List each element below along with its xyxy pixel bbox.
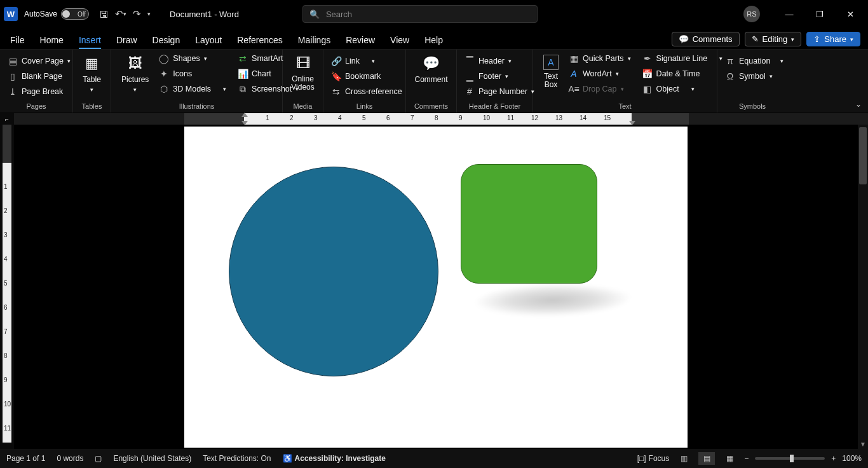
icons-button[interactable]: ✦Icons [156,67,229,80]
scrollbar-thumb[interactable] [859,127,867,184]
footer-button[interactable]: ▁Footer▾ [462,70,537,83]
minimize-button[interactable]: — [775,4,803,24]
status-words[interactable]: 0 words [57,454,83,463]
tab-home[interactable]: Home [40,35,64,49]
group-symbols-label: Symbols [722,102,782,111]
shape-shadow [468,284,638,316]
autosave-toggle[interactable]: Off [61,8,89,20]
zoom-slider[interactable] [755,457,825,460]
group-text: A Text Box ▦Quick Parts▾ AWordArt▾ A≡Dro… [533,50,717,113]
web-layout-button[interactable]: ▦ [721,452,738,465]
search-icon: 🔍 [309,10,320,19]
page-number-button[interactable]: #Page Number▾ [462,85,537,98]
undo-button[interactable]: ↶▾ [115,8,126,20]
tab-insert[interactable]: Insert [79,35,101,49]
video-icon: 🎞 [294,55,312,72]
autosave-control[interactable]: AutoSave Off [24,8,89,20]
date-time-button[interactable]: 📅Date & Time [640,67,726,80]
horizontal-ruler[interactable]: 123456789101112131415 [14,113,868,125]
tab-design[interactable]: Design [153,35,180,49]
comment-button[interactable]: 💬 Comment [410,52,453,86]
link-icon: 🔗 [331,56,341,66]
user-avatar[interactable]: RS [743,6,760,22]
group-links: 🔗Link ▾ 🔖Bookmark ⇆Cross-reference Links [323,50,406,113]
restore-button[interactable]: ❐ [806,4,834,24]
tab-file[interactable]: File [10,35,25,49]
ruler-number: 8 [435,114,438,121]
document-page[interactable] [184,127,688,448]
group-text-label: Text [538,102,712,111]
tab-review[interactable]: Review [346,35,375,49]
header-button[interactable]: ▔Header▾ [462,55,537,67]
tab-references[interactable]: References [237,35,283,49]
pictures-button[interactable]: 🖼 Pictures ▾ [116,52,154,95]
zoom-level[interactable]: 100% [842,454,862,463]
group-tables: ▦ Table ▾ Tables [73,50,111,113]
qat-customize-button[interactable]: ▾ [147,11,151,17]
cross-reference-button[interactable]: ⇆Cross-reference [329,85,405,98]
redo-button[interactable]: ↷ [133,8,141,20]
header-icon: ▔ [465,56,475,66]
search-box[interactable]: 🔍 Search [302,5,538,23]
wordart-button[interactable]: AWordArt▾ [566,67,634,80]
tab-mailings[interactable]: Mailings [298,35,330,49]
comments-button[interactable]: 💬Comments [672,32,740,46]
symbol-button[interactable]: ΩSymbol▾ [722,70,786,83]
vruler-number: 9 [4,376,8,383]
pencil-icon: ✎ [752,34,759,44]
signature-line-button[interactable]: ✒Signature Line ▾ [640,52,726,65]
ribbon: ▤Cover Page▾ ▯Blank Page ⤓Page Break Pag… [0,50,868,113]
group-tables-label: Tables [78,102,105,111]
page-break-button[interactable]: ⤓Page Break [5,85,73,98]
pictures-icon: 🖼 [126,55,144,72]
shape-oval[interactable] [229,167,438,376]
icons-icon: ✦ [159,69,169,79]
accessibility-icon: ♿ [283,454,292,463]
wordart-icon: A [569,69,579,79]
tab-help[interactable]: Help [424,35,443,49]
drop-cap-button[interactable]: A≡Drop Cap▾ [566,83,634,95]
share-button[interactable]: ⇪Share▾ [806,32,860,46]
shape-rounded-rectangle[interactable] [461,164,597,284]
editing-mode-button[interactable]: ✎Editing▾ [745,32,802,46]
tab-view[interactable]: View [390,35,409,49]
table-button[interactable]: ▦ Table ▾ [78,52,106,95]
first-line-indent-marker[interactable] [241,113,248,117]
bookmark-button[interactable]: 🔖Bookmark [329,70,405,83]
vertical-scrollbar[interactable]: ▲ ▼ [858,125,868,449]
blank-page-button[interactable]: ▯Blank Page [5,70,73,83]
ruler-number: 15 [604,114,611,121]
signature-icon: ✒ [642,53,653,64]
bookmark-icon: 🔖 [331,71,341,81]
equation-button[interactable]: πEquation ▾ [722,55,786,67]
equation-icon: π [725,56,735,66]
focus-mode-button[interactable]: [□]Focus [637,454,670,463]
status-predictions[interactable]: Text Predictions: On [203,454,271,463]
page-number-icon: # [465,86,475,97]
print-layout-button[interactable]: ▤ [698,452,715,465]
zoom-in-button[interactable]: + [831,454,836,463]
3d-models-button[interactable]: ⬡3D Models ▾ [156,83,229,95]
ruler-corner: ⌐ [0,116,14,123]
status-accessibility[interactable]: ♿Accessibility: Investigate [283,454,386,463]
read-mode-button[interactable]: ▥ [675,452,692,465]
online-videos-button[interactable]: 🎞 Online Videos [286,52,319,94]
status-page[interactable]: Page 1 of 1 [6,454,45,463]
object-button[interactable]: ◧Object ▾ [640,83,726,95]
group-pages: ▤Cover Page▾ ▯Blank Page ⤓Page Break Pag… [0,50,73,113]
vruler-number: 4 [4,256,8,263]
vertical-ruler[interactable]: 1234567891011 [0,125,14,449]
shapes-button[interactable]: ◯Shapes▾ [156,52,229,65]
status-language[interactable]: English (United States) [113,454,191,463]
save-icon[interactable]: 🖫 [99,9,109,20]
collapse-ribbon-button[interactable]: ⌄ [855,100,862,109]
quick-parts-button[interactable]: ▦Quick Parts▾ [566,52,634,65]
zoom-out-button[interactable]: − [744,454,749,463]
tab-layout[interactable]: Layout [195,35,222,49]
link-button[interactable]: 🔗Link ▾ [329,55,405,67]
cover-page-button[interactable]: ▤Cover Page▾ [5,55,73,67]
tab-draw[interactable]: Draw [116,35,137,49]
close-button[interactable]: ✕ [836,4,864,24]
text-box-button[interactable]: A Text Box [538,52,564,92]
spell-check-icon[interactable]: ▢ [95,454,102,463]
